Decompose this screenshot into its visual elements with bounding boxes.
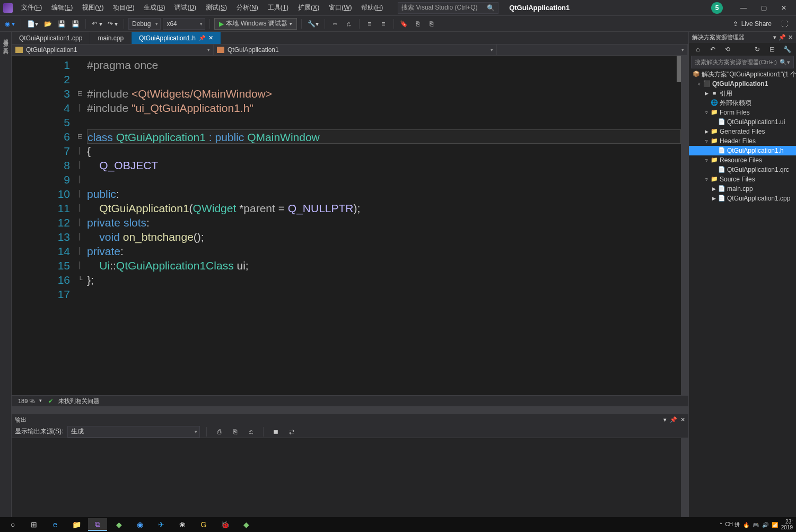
close-button[interactable]: ✕ (775, 2, 793, 14)
edge-icon[interactable]: e (46, 518, 65, 531)
sol-home-icon[interactable]: ⌂ (692, 43, 704, 55)
scroll-thumb[interactable] (677, 56, 681, 82)
editor-vscroll[interactable] (681, 56, 688, 395)
code-area[interactable]: #pragma once#include <QtWidgets/QMainWin… (85, 56, 681, 395)
chrome-icon[interactable]: G (194, 518, 213, 531)
cortana-icon[interactable]: ○ (3, 518, 22, 531)
tree-main.cpp[interactable]: ▶📄main.cpp (689, 184, 796, 194)
tool-btn-1[interactable]: 🔧▾ (306, 18, 320, 30)
undo-button[interactable]: ↶ ▾ (90, 18, 103, 30)
quick-search[interactable]: 搜索 Visual Studio (Ctrl+Q) 🔍 (398, 2, 498, 14)
redo-button[interactable]: ↷ ▾ (106, 18, 119, 30)
tool-btn-2[interactable]: ⎓ (329, 18, 341, 30)
platform-combo[interactable]: x64 (163, 18, 205, 30)
tray-icon-3[interactable]: 🔊 (762, 522, 768, 528)
nav-scope[interactable]: QtGuiApplication1 (12, 45, 214, 55)
tray-icon-2[interactable]: 🎮 (753, 522, 759, 528)
tool-btn-3[interactable]: ⎌ (343, 18, 355, 30)
save-button[interactable]: 💾 (56, 18, 67, 30)
menu-b[interactable]: 生成(B) (139, 1, 169, 14)
menu-f[interactable]: 文件(F) (17, 1, 46, 14)
tree-外部依赖项[interactable]: 🌐外部依赖项 (689, 98, 796, 108)
tree-Generated Files[interactable]: ▶📁Generated Files (689, 127, 796, 136)
sol-dropdown-icon[interactable]: ▾ (773, 34, 776, 41)
new-button[interactable]: 📄▾ (25, 18, 40, 30)
solution-search[interactable]: 搜索解决方案资源管理器(Ctrl+;) 🔍▾ (691, 56, 794, 68)
menu-e[interactable]: 编辑(E) (47, 1, 77, 14)
config-combo[interactable]: Debug (128, 18, 161, 30)
user-avatar[interactable]: 5 (711, 2, 723, 14)
app-icon-1[interactable]: ◆ (109, 518, 128, 531)
nav-extra[interactable] (497, 45, 688, 55)
sol-props-icon[interactable]: 🔧 (781, 43, 793, 55)
sol-back-icon[interactable]: ↶ (707, 43, 719, 55)
output-dropdown-icon[interactable]: ▾ (663, 416, 667, 423)
issues-label[interactable]: 未找到相关问题 (58, 397, 99, 405)
tray-icon-4[interactable]: 📶 (772, 522, 778, 528)
tree-Source Files[interactable]: ▿📁Source Files (689, 175, 796, 184)
tree-QtGuiApplication1.ui[interactable]: 📄QtGuiApplication1.ui (689, 117, 796, 127)
tree-Form Files[interactable]: ▿📁Form Files (689, 108, 796, 117)
sol-refresh-icon[interactable]: ↻ (751, 43, 763, 55)
indent-btn[interactable]: ≡ (364, 18, 375, 30)
tray-icon-1[interactable]: 🔥 (743, 522, 749, 528)
back-button[interactable]: ◉ ▾ (3, 18, 16, 30)
sol-close-icon[interactable]: ✕ (788, 34, 793, 41)
sol-sync-icon[interactable]: ⟲ (722, 43, 733, 55)
nav-member[interactable]: QtGuiApplication1 (214, 45, 497, 55)
solution-root[interactable]: 📦解决方案"QtGuiApplication1"(1 个 (689, 69, 796, 79)
tree-QtGuiApplication1.cpp[interactable]: ▶📄QtGuiApplication1.cpp (689, 194, 796, 203)
comment-btn[interactable]: ⎘ (412, 18, 424, 30)
tree-引用[interactable]: ▶■引用 (689, 89, 796, 98)
tray-up-icon[interactable]: ˄ (720, 522, 722, 528)
tray-ime[interactable]: CH 拼 (725, 521, 740, 528)
menu-h[interactable]: 帮助(H) (357, 1, 387, 14)
menu-t[interactable]: 工具(T) (264, 1, 293, 14)
output-body[interactable] (12, 438, 688, 517)
menu-s[interactable]: 测试(S) (202, 1, 231, 14)
start-debug-button[interactable]: ▶ 本地 Windows 调试器 ▾ (214, 18, 296, 30)
out-btn-1[interactable]: ⎙ (213, 426, 225, 438)
live-share[interactable]: ⇪ Live Share ⛶ (728, 20, 793, 28)
open-button[interactable]: 📂 (42, 18, 54, 30)
fold-column[interactable]: ⊟│⊟│││││││││└ (75, 56, 85, 395)
tab-QtGuiApplication1.h[interactable]: QtGuiApplication1.h📌✕ (132, 32, 221, 44)
out-btn-4[interactable]: ≣ (270, 426, 282, 438)
zoom-combo[interactable]: 189 % (16, 398, 43, 404)
menu-v[interactable]: 视图(V) (78, 1, 108, 14)
app-icon-5[interactable]: ◆ (237, 518, 256, 531)
output-vscroll[interactable] (681, 438, 688, 517)
fullscreen-icon[interactable]: ⛶ (781, 20, 788, 28)
explorer-icon[interactable]: 📁 (67, 518, 86, 531)
code-editor[interactable]: 1234567891011121314151617 ⊟│⊟│││││││││└ … (12, 56, 688, 395)
server-explorer-tab[interactable]: 服务器资源 (2, 35, 10, 38)
system-tray[interactable]: ˄ CH 拼 🔥 🎮 🔊 📶 23: 2019 (720, 519, 793, 530)
minimize-button[interactable]: — (734, 2, 753, 14)
menu-x[interactable]: 扩展(X) (294, 1, 323, 14)
telegram-icon[interactable]: ✈ (152, 518, 171, 531)
app-icon-3[interactable]: ❀ (173, 518, 192, 531)
tree-Header Files[interactable]: ▿📁Header Files (689, 136, 796, 146)
bookmark-btn[interactable]: 🔖 (398, 18, 410, 30)
tree-Resource Files[interactable]: ▿📁Resource Files (689, 155, 796, 165)
tree-QtGuiApplication1.h[interactable]: 📄QtGuiApplication1.h (689, 146, 796, 155)
app-icon-4[interactable]: 🐞 (215, 518, 234, 531)
out-btn-5[interactable]: ⇄ (286, 426, 298, 438)
tab-QtGuiApplication1.cpp[interactable]: QtGuiApplication1.cpp (12, 32, 90, 44)
sol-collapse-icon[interactable]: ⊟ (766, 43, 778, 55)
solution-tree[interactable]: 📦解决方案"QtGuiApplication1"(1 个▿⬛QtGuiAppli… (689, 68, 796, 517)
save-all-button[interactable]: 💾 (69, 18, 81, 30)
menu-w[interactable]: 窗口(W) (325, 1, 356, 14)
output-close-icon[interactable]: ✕ (680, 416, 685, 423)
outdent-btn[interactable]: ≡ (378, 18, 389, 30)
tab-main.cpp[interactable]: main.cpp (90, 32, 132, 44)
toolbox-tab[interactable]: 工具箱 (2, 44, 10, 46)
app-icon-2[interactable]: ◉ (130, 518, 150, 531)
menu-d[interactable]: 调试(D) (170, 1, 200, 14)
uncomment-btn[interactable]: ⎘ (426, 18, 438, 30)
visualstudio-icon[interactable]: ⧉ (88, 518, 107, 531)
output-pin-icon[interactable]: 📌 (670, 416, 677, 423)
maximize-button[interactable]: ▢ (755, 2, 773, 14)
menu-n[interactable]: 分析(N) (232, 1, 263, 14)
menu-p[interactable]: 项目(P) (109, 1, 138, 14)
